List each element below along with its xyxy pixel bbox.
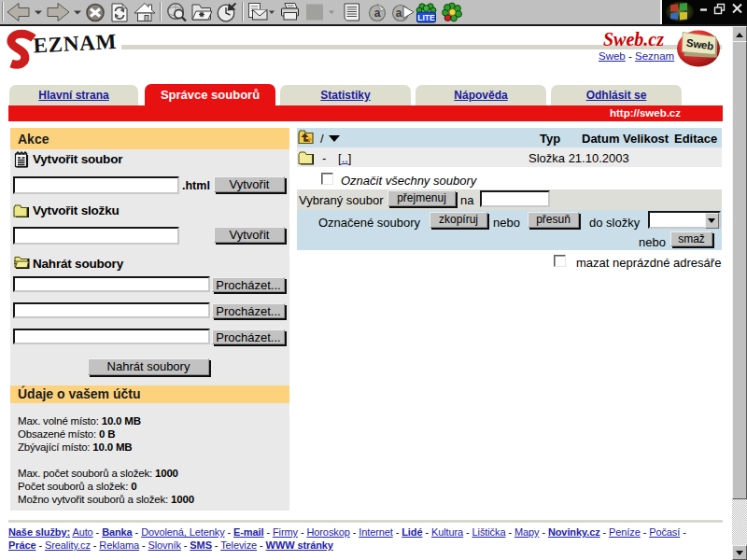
svg-text:a: a [396,7,402,20]
svg-text:LITE: LITE [417,13,435,22]
svg-text:EZNAM: EZNAM [33,30,118,58]
